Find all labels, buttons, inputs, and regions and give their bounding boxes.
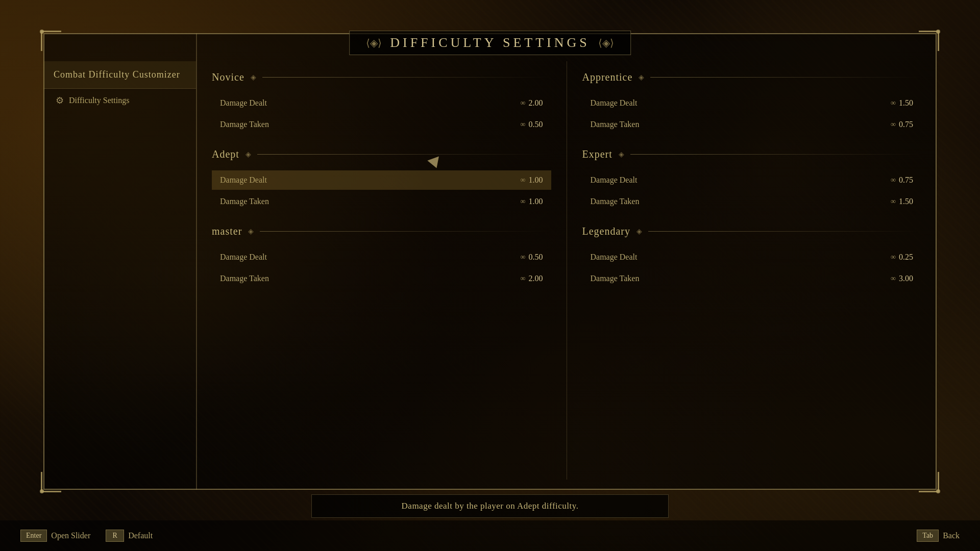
adept-dd-icon: ∞ bbox=[521, 176, 526, 184]
apprentice-dt-icon: ∞ bbox=[891, 120, 896, 129]
sidebar-category-title: Combat Difficulty Customizer bbox=[43, 61, 196, 89]
keybind-bar: Enter Open Slider R Default Tab Back bbox=[0, 520, 980, 551]
adept-damage-dealt-value: ∞ 1.00 bbox=[521, 176, 543, 185]
legendary-line bbox=[648, 231, 921, 232]
adept-damage-taken-row[interactable]: Damage Taken ∞ 1.00 bbox=[212, 192, 551, 211]
sidebar: Combat Difficulty Customizer ⚙ Difficult… bbox=[43, 33, 197, 490]
apprentice-line bbox=[650, 77, 921, 78]
master-dd-icon: ∞ bbox=[521, 253, 526, 261]
expert-dt-icon: ∞ bbox=[891, 197, 896, 206]
legendary-dt-icon: ∞ bbox=[891, 274, 896, 283]
expert-section-header: Expert ◈ bbox=[582, 148, 922, 162]
novice-damage-taken-row[interactable]: Damage Taken ∞ 0.50 bbox=[212, 115, 551, 134]
keybind-enter: Enter Open Slider bbox=[20, 530, 90, 542]
novice-ornament: ◈ bbox=[251, 73, 256, 82]
expert-damage-dealt-value: ∞ 0.75 bbox=[891, 176, 913, 185]
expert-damage-taken-label: Damage Taken bbox=[591, 197, 640, 206]
apprentice-title: Apprentice bbox=[582, 71, 633, 83]
legendary-title: Legendary bbox=[582, 226, 631, 237]
master-damage-dealt-value: ∞ 0.50 bbox=[521, 253, 543, 262]
gear-icon: ⚙ bbox=[56, 95, 64, 106]
expert-line bbox=[630, 154, 921, 155]
apprentice-section-header: Apprentice ◈ bbox=[582, 71, 922, 85]
r-key-badge: R bbox=[106, 530, 124, 542]
title-ornament-right: ⟨◈⟩ bbox=[598, 37, 614, 49]
enter-key-badge: Enter bbox=[20, 530, 47, 542]
adept-damage-taken-label: Damage Taken bbox=[220, 197, 269, 206]
adept-damage-taken-value: ∞ 1.00 bbox=[521, 197, 543, 206]
novice-damage-dealt-label: Damage Dealt bbox=[220, 98, 267, 108]
left-column: Novice ◈ Damage Dealt ∞ 2.00 Damage Take… bbox=[197, 61, 567, 480]
novice-dt-icon: ∞ bbox=[521, 120, 526, 129]
novice-damage-dealt-row[interactable]: Damage Dealt ∞ 2.00 bbox=[212, 93, 551, 113]
expert-damage-dealt-row[interactable]: Damage Dealt ∞ 0.75 bbox=[582, 170, 922, 190]
adept-title: Adept bbox=[212, 148, 239, 160]
novice-line bbox=[262, 77, 551, 78]
expert-damage-dealt-label: Damage Dealt bbox=[591, 176, 638, 185]
master-title: master bbox=[212, 226, 242, 237]
master-damage-taken-label: Damage Taken bbox=[220, 274, 269, 283]
content-area: Novice ◈ Damage Dealt ∞ 2.00 Damage Take… bbox=[197, 33, 937, 490]
expert-dd-icon: ∞ bbox=[891, 176, 896, 184]
novice-damage-taken-label: Damage Taken bbox=[220, 120, 269, 129]
legendary-damage-dealt-label: Damage Dealt bbox=[591, 253, 638, 262]
sidebar-item-label: Difficulty Settings bbox=[69, 96, 129, 105]
adept-damage-dealt-label: Damage Dealt bbox=[220, 176, 267, 185]
master-damage-dealt-row[interactable]: Damage Dealt ∞ 0.50 bbox=[212, 247, 551, 267]
tab-key-label: Back bbox=[943, 531, 960, 540]
keybind-r: R Default bbox=[106, 530, 153, 542]
novice-dd-icon: ∞ bbox=[521, 99, 526, 107]
master-section-header: master ◈ bbox=[212, 226, 551, 239]
legendary-ornament: ◈ bbox=[636, 227, 642, 236]
novice-damage-dealt-value: ∞ 2.00 bbox=[521, 98, 543, 108]
adept-damage-dealt-row[interactable]: Damage Dealt ∞ 1.00 bbox=[212, 170, 551, 190]
apprentice-ornament: ◈ bbox=[639, 73, 644, 82]
apprentice-damage-dealt-label: Damage Dealt bbox=[591, 98, 638, 108]
expert-ornament: ◈ bbox=[619, 150, 624, 159]
adept-line bbox=[257, 154, 551, 155]
master-damage-taken-row[interactable]: Damage Taken ∞ 2.00 bbox=[212, 269, 551, 288]
title-bar: ⟨◈⟩ DIFFICULTY SETTINGS ⟨◈⟩ bbox=[349, 31, 631, 55]
description-bar: Damage dealt by the player on Adept diff… bbox=[311, 494, 669, 518]
legendary-damage-dealt-value: ∞ 0.25 bbox=[891, 253, 913, 262]
adept-dt-icon: ∞ bbox=[521, 197, 526, 206]
novice-section-header: Novice ◈ bbox=[212, 71, 551, 85]
apprentice-dd-icon: ∞ bbox=[891, 99, 896, 107]
legendary-damage-taken-row[interactable]: Damage Taken ∞ 3.00 bbox=[582, 269, 922, 288]
sidebar-item-difficulty-settings[interactable]: ⚙ Difficulty Settings bbox=[43, 89, 196, 112]
novice-damage-taken-value: ∞ 0.50 bbox=[521, 120, 543, 129]
legendary-damage-taken-value: ∞ 3.00 bbox=[891, 274, 913, 283]
master-line bbox=[260, 231, 551, 232]
master-ornament: ◈ bbox=[248, 227, 254, 236]
expert-damage-taken-row[interactable]: Damage Taken ∞ 1.50 bbox=[582, 192, 922, 211]
legendary-damage-taken-label: Damage Taken bbox=[591, 274, 640, 283]
apprentice-damage-taken-row[interactable]: Damage Taken ∞ 0.75 bbox=[582, 115, 922, 134]
adept-section-header: Adept ◈ bbox=[212, 148, 551, 162]
enter-key-label: Open Slider bbox=[51, 531, 90, 540]
apprentice-damage-taken-label: Damage Taken bbox=[591, 120, 640, 129]
expert-title: Expert bbox=[582, 148, 612, 160]
right-column: Apprentice ◈ Damage Dealt ∞ 1.50 Damage … bbox=[567, 61, 937, 480]
novice-title: Novice bbox=[212, 71, 244, 83]
tab-key-badge: Tab bbox=[917, 530, 939, 542]
legendary-dd-icon: ∞ bbox=[891, 253, 896, 261]
expert-damage-taken-value: ∞ 1.50 bbox=[891, 197, 913, 206]
master-damage-dealt-label: Damage Dealt bbox=[220, 253, 267, 262]
page-title: DIFFICULTY SETTINGS bbox=[390, 35, 590, 51]
adept-ornament: ◈ bbox=[246, 150, 251, 159]
apprentice-damage-dealt-row[interactable]: Damage Dealt ∞ 1.50 bbox=[582, 93, 922, 113]
keybind-left-group: Enter Open Slider R Default bbox=[20, 530, 153, 542]
apprentice-damage-taken-value: ∞ 0.75 bbox=[891, 120, 913, 129]
legendary-damage-dealt-row[interactable]: Damage Dealt ∞ 0.25 bbox=[582, 247, 922, 267]
apprentice-damage-dealt-value: ∞ 1.50 bbox=[891, 98, 913, 108]
master-damage-taken-value: ∞ 2.00 bbox=[521, 274, 543, 283]
legendary-section-header: Legendary ◈ bbox=[582, 226, 922, 239]
keybind-tab: Tab Back bbox=[917, 530, 960, 542]
description-text: Damage dealt by the player on Adept diff… bbox=[402, 501, 579, 511]
r-key-label: Default bbox=[128, 531, 153, 540]
master-dt-icon: ∞ bbox=[521, 274, 526, 283]
title-ornament-left: ⟨◈⟩ bbox=[366, 37, 382, 49]
